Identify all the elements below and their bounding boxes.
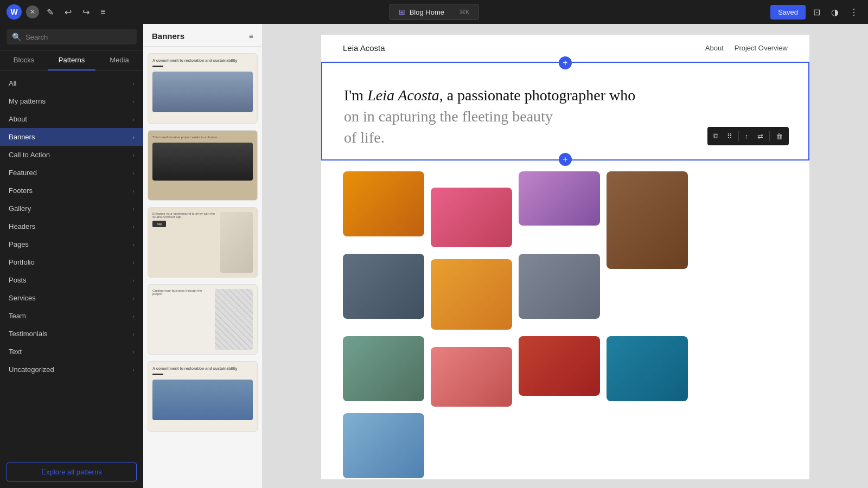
sidebar-item-services[interactable]: Services › (0, 289, 143, 307)
explore-all-button[interactable]: Explore all patterns (7, 463, 137, 481)
drag-icon: ⠿ (727, 132, 732, 140)
chevron-icon: › (132, 223, 135, 230)
gallery-image-8[interactable] (343, 336, 424, 401)
sidebar-item-label: Team (9, 312, 26, 320)
search-bar: 🔍 (0, 24, 143, 50)
tab-blocks[interactable]: Blocks (0, 50, 48, 70)
copy-block-button[interactable]: ⧉ (710, 129, 722, 143)
sidebar-item-posts[interactable]: Posts › (0, 271, 143, 289)
gallery-image-11[interactable] (607, 336, 688, 401)
sidebar-item-team[interactable]: Team › (0, 307, 143, 325)
gallery-image-12[interactable] (343, 413, 424, 478)
sidebar-item-banners[interactable]: Banners › (0, 128, 143, 146)
sidebar-item-label: My patterns (9, 97, 46, 105)
sidebar-item-label: Footers (9, 187, 33, 195)
cmd-k-hint: ⌘K (459, 9, 469, 16)
sidebar-item-call-to-action[interactable]: Call to Action › (0, 146, 143, 164)
sidebar-item-footers[interactable]: Footers › (0, 182, 143, 200)
toolbar-center: ⊞ Blog Home ⌘K (390, 4, 479, 20)
gallery-image-3[interactable] (519, 171, 600, 226)
banners-panel: Banners ≡ A commitment to restoration an… (143, 24, 263, 488)
search-input-wrap[interactable]: 🔍 (7, 29, 137, 44)
sidebar-item-label: About (9, 115, 27, 123)
transform-icon: ⇄ (757, 132, 763, 140)
banners-header: Banners ≡ (143, 24, 262, 47)
copy-icon: ⧉ (713, 132, 718, 140)
sidebar-item-about[interactable]: About › (0, 110, 143, 128)
chevron-icon: › (132, 152, 135, 158)
pencil-button[interactable]: ✎ (43, 5, 57, 20)
undo-button[interactable]: ↩ (61, 5, 75, 20)
site-name-bar[interactable]: ⊞ Blog Home ⌘K (390, 4, 479, 20)
sidebar-item-text[interactable]: Text › (0, 343, 143, 361)
nav-list: All › My patterns › About › Banners › Ca… (0, 71, 143, 456)
chevron-icon: › (132, 241, 135, 248)
delete-block-button[interactable]: 🗑 (772, 130, 787, 143)
sidebar-item-label: Gallery (9, 204, 31, 213)
toolbar-left: W ✕ ✎ ↩ ↪ ≡ (7, 4, 108, 20)
sidebar-item-pages[interactable]: Pages › (0, 235, 143, 253)
sidebar-item-uncategorized[interactable]: Uncategorized › (0, 361, 143, 378)
pencil-icon: ✎ (47, 7, 54, 17)
sidebar-item-label: Pages (9, 240, 29, 248)
banner-thumb-4[interactable]: Guiding your business through the projec… (148, 284, 258, 355)
move-block-up-button[interactable]: ↑ (741, 130, 752, 143)
gallery-image-10[interactable] (519, 336, 600, 396)
banner-thumb-1[interactable]: A commitment to restoration and sustaina… (148, 53, 258, 124)
chevron-icon: › (132, 188, 135, 194)
redo-icon: ↪ (82, 7, 90, 17)
gallery-image-4[interactable] (607, 171, 688, 269)
tab-patterns[interactable]: Patterns (48, 50, 95, 70)
chevron-icon: › (132, 367, 135, 373)
search-input[interactable] (25, 33, 131, 41)
wp-logo[interactable]: W (7, 4, 22, 20)
up-arrow-icon: ↑ (745, 132, 749, 140)
tabs: Blocks Patterns Media (0, 50, 143, 71)
redo-button[interactable]: ↪ (79, 5, 93, 20)
more-button[interactable]: ⋮ (846, 5, 861, 20)
banner-thumb-2[interactable]: This transformative project seeks to enh… (148, 130, 258, 201)
sidebar-item-my-patterns[interactable]: My patterns › (0, 92, 143, 110)
toolbar-divider (738, 131, 739, 142)
sidebar-item-label: Call to Action (9, 151, 50, 159)
gallery-image-1[interactable] (343, 171, 424, 236)
close-button[interactable]: ✕ (26, 5, 39, 18)
banner-thumb-3[interactable]: Enhance your architectural journey with … (148, 207, 258, 278)
chevron-icon: › (132, 295, 135, 301)
nav-link-about[interactable]: About (705, 44, 724, 52)
gallery-image-2[interactable] (431, 188, 512, 247)
list-view-button[interactable]: ≡ (97, 5, 108, 19)
gallery-image-7[interactable] (519, 254, 600, 319)
layout-icon: ⊡ (813, 8, 820, 17)
nav-link-project-overview[interactable]: Project Overview (735, 44, 788, 52)
search-icon: 🔍 (12, 33, 21, 41)
theme-button[interactable]: ◑ (828, 5, 842, 20)
layout-button[interactable]: ⊡ (810, 5, 824, 20)
canvas: Leia Acosta About Project Overview + I'm… (321, 35, 809, 479)
toolbar-divider-2 (769, 131, 770, 142)
sidebar-item-label: Posts (9, 276, 27, 284)
sidebar-item-testimonials[interactable]: Testimonials › (0, 325, 143, 343)
sidebar-item-headers[interactable]: Headers › (0, 217, 143, 235)
transform-block-button[interactable]: ⇄ (754, 130, 767, 143)
plus-above-button[interactable]: + (559, 56, 572, 69)
sidebar-item-featured[interactable]: Featured › (0, 164, 143, 182)
gallery-image-6[interactable] (431, 259, 512, 330)
sidebar-item-all[interactable]: All › (0, 74, 143, 92)
sidebar-item-gallery[interactable]: Gallery › (0, 200, 143, 217)
sidebar-item-label: Portfolio (9, 258, 35, 266)
undo-icon: ↩ (65, 7, 72, 17)
tab-media[interactable]: Media (95, 50, 143, 70)
banner-thumb-5[interactable]: A commitment to restoration and sustaina… (148, 361, 258, 432)
gallery-image-9[interactable] (431, 347, 512, 407)
filter-icon[interactable]: ≡ (249, 32, 253, 41)
sidebar-item-portfolio[interactable]: Portfolio › (0, 253, 143, 271)
gallery-section (321, 160, 809, 488)
gallery-image-5[interactable] (343, 254, 424, 319)
saved-button[interactable]: Saved (770, 5, 806, 20)
sidebar-item-label: Testimonials (9, 330, 48, 338)
drag-block-button[interactable]: ⠿ (723, 130, 736, 143)
sidebar-item-label: All (9, 79, 16, 87)
plus-below-button[interactable]: + (559, 153, 572, 166)
chevron-icon: › (132, 206, 135, 212)
